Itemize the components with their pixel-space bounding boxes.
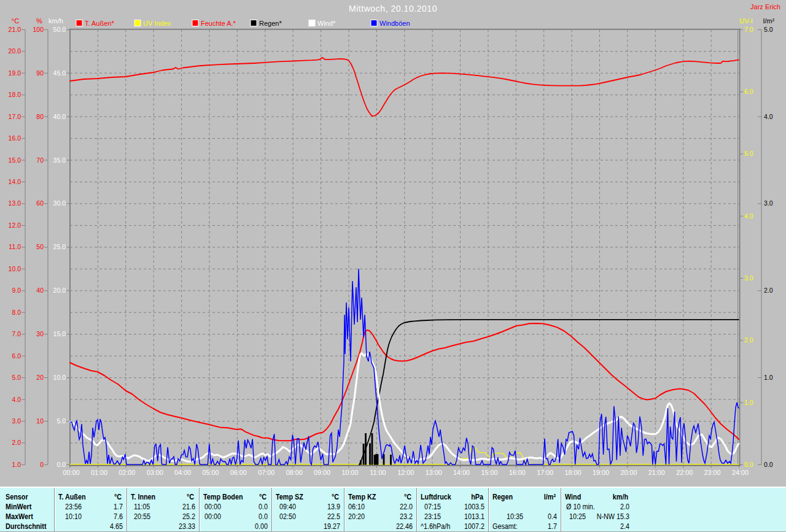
svg-text:5.0: 5.0 bbox=[764, 26, 773, 33]
svg-text:12.0: 12.0 bbox=[9, 222, 21, 229]
svg-text:20: 20 bbox=[36, 374, 44, 381]
svg-text:02:00: 02:00 bbox=[119, 469, 135, 476]
svg-text:22:00: 22:00 bbox=[676, 469, 693, 476]
svg-text:7.0: 7.0 bbox=[744, 26, 753, 33]
svg-text:15.0: 15.0 bbox=[53, 330, 66, 337]
svg-text:17:00: 17:00 bbox=[537, 469, 553, 476]
svg-text:45.0: 45.0 bbox=[53, 69, 66, 77]
svg-text:3.0: 3.0 bbox=[12, 417, 21, 425]
svg-text:Mittwoch, 20.10.2010: Mittwoch, 20.10.2010 bbox=[349, 4, 437, 13]
svg-text:1.0: 1.0 bbox=[12, 461, 21, 468]
svg-text:1.0: 1.0 bbox=[764, 374, 773, 381]
svg-text:16:00: 16:00 bbox=[509, 469, 526, 476]
svg-text:25.0: 25.0 bbox=[53, 243, 66, 250]
svg-text:l/m²: l/m² bbox=[763, 17, 775, 25]
svg-text:18.0: 18.0 bbox=[9, 91, 21, 98]
svg-text:13.0: 13.0 bbox=[9, 199, 21, 207]
svg-text:Regen*: Regen* bbox=[259, 20, 282, 27]
svg-text:24:00: 24:00 bbox=[732, 469, 749, 476]
svg-text:15:00: 15:00 bbox=[481, 469, 497, 476]
svg-text:2.0: 2.0 bbox=[764, 287, 773, 294]
svg-text:0.0: 0.0 bbox=[764, 461, 773, 468]
svg-text:10: 10 bbox=[36, 417, 44, 425]
svg-text:4.0: 4.0 bbox=[764, 113, 773, 120]
svg-text:Wind*: Wind* bbox=[317, 20, 336, 27]
svg-text:18:00: 18:00 bbox=[565, 469, 582, 476]
svg-text:17.0: 17.0 bbox=[9, 113, 21, 120]
svg-text:21.0: 21.0 bbox=[9, 26, 21, 33]
svg-text:40: 40 bbox=[36, 287, 44, 294]
svg-text:5.0: 5.0 bbox=[12, 374, 21, 381]
svg-text:01:00: 01:00 bbox=[91, 469, 107, 476]
svg-text:09:00: 09:00 bbox=[314, 469, 330, 476]
svg-text:07:00: 07:00 bbox=[258, 469, 274, 476]
svg-text:04:00: 04:00 bbox=[174, 469, 191, 476]
svg-text:Windböen: Windböen bbox=[379, 20, 410, 27]
svg-text:8.0: 8.0 bbox=[12, 309, 21, 316]
svg-text:2.0: 2.0 bbox=[744, 336, 753, 344]
svg-text:Feuchte A.*: Feuchte A.* bbox=[201, 20, 236, 27]
svg-text:2.0: 2.0 bbox=[12, 439, 21, 446]
svg-text:7.0: 7.0 bbox=[12, 330, 21, 337]
svg-text:10.0: 10.0 bbox=[53, 374, 66, 381]
svg-text:40.0: 40.0 bbox=[53, 113, 66, 120]
svg-text:10:00: 10:00 bbox=[341, 469, 358, 476]
svg-text:03:00: 03:00 bbox=[147, 469, 163, 476]
svg-text:21:00: 21:00 bbox=[648, 469, 665, 476]
svg-text:4.0: 4.0 bbox=[744, 212, 753, 220]
svg-text:19.0: 19.0 bbox=[9, 69, 21, 77]
svg-text:60: 60 bbox=[36, 199, 44, 207]
svg-text:5.0: 5.0 bbox=[56, 417, 66, 425]
svg-text:30.0: 30.0 bbox=[53, 199, 66, 207]
svg-text:6.0: 6.0 bbox=[12, 352, 21, 360]
svg-text:4.0: 4.0 bbox=[12, 396, 21, 403]
svg-text:30: 30 bbox=[36, 330, 44, 337]
svg-text:13:00: 13:00 bbox=[426, 469, 442, 476]
svg-text:15.0: 15.0 bbox=[9, 156, 21, 164]
svg-text:80: 80 bbox=[36, 113, 44, 120]
svg-text:06:00: 06:00 bbox=[230, 469, 247, 476]
svg-text:16.0: 16.0 bbox=[9, 134, 21, 142]
svg-text:90: 90 bbox=[36, 69, 44, 77]
svg-text:UV Index: UV Index bbox=[143, 20, 171, 27]
svg-text:23:00: 23:00 bbox=[704, 469, 721, 476]
svg-text:19:00: 19:00 bbox=[593, 469, 609, 476]
svg-text:50: 50 bbox=[36, 243, 44, 250]
svg-text:05:00: 05:00 bbox=[202, 469, 219, 476]
svg-text:0: 0 bbox=[40, 461, 44, 468]
svg-text:3.0: 3.0 bbox=[744, 274, 753, 282]
svg-text:T. Außen*: T. Außen* bbox=[85, 20, 114, 27]
svg-text:6.0: 6.0 bbox=[744, 88, 753, 95]
svg-text:10.0: 10.0 bbox=[9, 265, 21, 272]
svg-text:9.0: 9.0 bbox=[12, 287, 21, 294]
svg-text:35.0: 35.0 bbox=[53, 156, 66, 164]
svg-text:11.0: 11.0 bbox=[9, 243, 21, 250]
svg-text:20.0: 20.0 bbox=[9, 47, 21, 55]
svg-text:00:00: 00:00 bbox=[63, 469, 79, 476]
svg-text:20.0: 20.0 bbox=[53, 287, 66, 294]
svg-text:70: 70 bbox=[36, 156, 44, 164]
svg-text:km/h: km/h bbox=[49, 17, 63, 25]
svg-text:0.0: 0.0 bbox=[744, 461, 753, 468]
svg-text:Jarz Erich: Jarz Erich bbox=[750, 3, 780, 10]
svg-text:100: 100 bbox=[33, 26, 44, 33]
svg-text:12:00: 12:00 bbox=[397, 469, 414, 476]
svg-text:0.0: 0.0 bbox=[56, 461, 66, 468]
svg-text:UV-I: UV-I bbox=[739, 17, 752, 25]
svg-text:11:00: 11:00 bbox=[370, 469, 386, 476]
svg-text:%: % bbox=[36, 17, 42, 25]
svg-text:14.0: 14.0 bbox=[9, 178, 21, 185]
svg-text:14:00: 14:00 bbox=[453, 469, 470, 476]
svg-text:°C: °C bbox=[12, 17, 19, 25]
svg-text:3.0: 3.0 bbox=[764, 199, 773, 207]
svg-text:5.0: 5.0 bbox=[744, 150, 753, 157]
svg-text:20:00: 20:00 bbox=[620, 469, 637, 476]
svg-text:08:00: 08:00 bbox=[286, 469, 303, 476]
svg-text:50.0: 50.0 bbox=[53, 26, 66, 33]
svg-text:1.0: 1.0 bbox=[744, 399, 753, 406]
